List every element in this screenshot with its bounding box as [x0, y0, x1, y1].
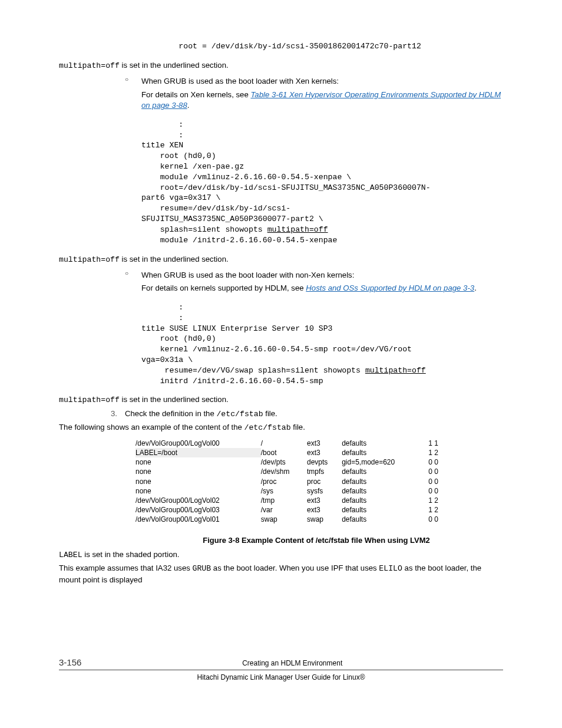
bullet-icon: ○: [125, 268, 141, 279]
table-cell: 0 0: [423, 486, 442, 496]
table-cell: ext3: [307, 448, 342, 457]
table-row: none/dev/shmtmpfsdefaults0 0: [135, 467, 442, 476]
bullet-grub-xen-head: When GRUB is used as the boot loader wit…: [141, 76, 503, 87]
table-cell: /boot: [261, 448, 307, 457]
bullet-grub-xen-body: For details on Xen kernels, see Table 3-…: [141, 90, 503, 111]
table-cell: 0 0: [423, 477, 442, 486]
table-cell: sysfs: [307, 486, 342, 496]
table-cell: /var: [261, 505, 307, 515]
bullet-grub-nonxen: ○ When GRUB is used as the boot loader w…: [125, 268, 503, 297]
step-3: 3. Check the definition in the /etc/fsta…: [111, 409, 503, 420]
step-3-head-path: /etc/fstab: [216, 410, 263, 419]
table-cell: swap: [261, 515, 307, 524]
table-cell: 0 0: [423, 457, 442, 467]
table-cell: /dev/VolGroup00/LogVol01: [135, 515, 261, 524]
table-row: none/dev/ptsdevptsgid=5,mode=6200 0: [135, 457, 442, 467]
multipath-note-2: multipath=off is set in the underlined s…: [59, 254, 503, 265]
bullet3-pre: For details on kernels supported by HDLM…: [141, 284, 306, 292]
page-footer: 3-156 Creating an HDLM Environment Hitac…: [0, 656, 562, 683]
example-paragraph: This example assumes that IA32 uses GRUB…: [59, 563, 503, 585]
table-cell: defaults: [342, 477, 422, 486]
fstab-table: /dev/VolGroup00/LogVol00/ext3defaults1 1…: [135, 439, 442, 525]
multipath-note-1-text: is set in the underlined section.: [120, 61, 229, 70]
table-cell: 0 0: [423, 515, 442, 524]
table-cell: defaults: [342, 439, 422, 448]
step-3-head-pre: Check the definition in the: [125, 409, 216, 418]
table-cell: ext3: [307, 496, 342, 505]
table-cell: defaults: [342, 515, 422, 524]
table-cell: /sys: [261, 486, 307, 496]
table-row: LABEL=/boot/bootext3defaults1 2: [135, 448, 442, 457]
table-cell: 1 2: [423, 448, 442, 457]
multipath-literal-2: multipath=off: [59, 255, 120, 264]
bullet-grub-xen: ○ When GRUB is used as the boot loader w…: [125, 74, 503, 113]
multipath-note-3-text: is set in the underlined section.: [120, 395, 229, 404]
table-row: none/procprocdefaults0 0: [135, 477, 442, 486]
document-page: root = /dev/disk/by-id/scsi-350018620014…: [0, 0, 562, 696]
table-row: /dev/VolGroup00/LogVol01swapswapdefaults…: [135, 515, 442, 524]
table-cell: none: [135, 467, 261, 476]
table-row: /dev/VolGroup00/LogVol03/varext3defaults…: [135, 505, 442, 515]
table-cell: devpts: [307, 457, 342, 467]
footer-book-title: Hitachi Dynamic Link Manager User Guide …: [59, 673, 503, 683]
table-cell: proc: [307, 477, 342, 486]
table-cell: defaults: [342, 496, 422, 505]
table-cell: 1 2: [423, 505, 442, 515]
table-cell: none: [135, 477, 261, 486]
table-cell: /: [261, 439, 307, 448]
label-note: LABEL is set in the shaded portion.: [59, 549, 503, 561]
table-cell: /dev/pts: [261, 457, 307, 467]
figure-3-8-caption: Figure 3-8 Example Content of /etc/fstab…: [130, 535, 503, 546]
table-cell: /tmp: [261, 496, 307, 505]
table-row: none/syssysfsdefaults0 0: [135, 486, 442, 496]
table-cell: tmpfs: [307, 467, 342, 476]
table-row: /dev/VolGroup00/LogVol02/tmpext3defaults…: [135, 496, 442, 505]
table-cell: defaults: [342, 505, 422, 515]
step-3-head-post: file.: [263, 409, 277, 418]
table-cell: swap: [307, 515, 342, 524]
code-block-nonxen: : : title SUSE LINUX Enterprise Server 1…: [141, 302, 503, 387]
multipath-literal-3: multipath=off: [59, 396, 120, 404]
table-cell: /dev/shm: [261, 467, 307, 476]
table-cell: ext3: [307, 505, 342, 515]
bullet2-pre: For details on Xen kernels, see: [141, 90, 250, 99]
table-cell: 1 1: [423, 439, 442, 448]
table-cell: none: [135, 486, 261, 496]
table-cell: /proc: [261, 477, 307, 486]
table-cell: defaults: [342, 448, 422, 457]
table-cell: LABEL=/boot: [135, 448, 261, 457]
page-number: 3-156: [59, 656, 81, 668]
table-cell: /dev/VolGroup00/LogVol02: [135, 496, 261, 505]
code-root-line: root = /dev/disk/by-id/scsi-350018620014…: [141, 41, 503, 52]
bullet-grub-nonxen-head: When GRUB is used as the boot loader wit…: [141, 270, 503, 281]
table-cell: gid=5,mode=620: [342, 457, 422, 467]
table-cell: ext3: [307, 439, 342, 448]
step-3-body: The following shows an example of the co…: [59, 422, 503, 433]
code-block-xen: : : title XEN root (hd0,0) kernel /xen-p…: [141, 120, 503, 246]
table-cell: 1 2: [423, 496, 442, 505]
table-cell: /dev/VolGroup00/LogVol03: [135, 505, 261, 515]
multipath-note-2-text: is set in the underlined section.: [120, 255, 229, 263]
table-row: /dev/VolGroup00/LogVol00/ext3defaults1 1: [135, 439, 442, 448]
step-3-number: 3.: [111, 409, 125, 419]
footer-chapter-title: Creating an HDLM Environment: [81, 658, 503, 668]
table-cell: 0 0: [423, 467, 442, 476]
multipath-literal-1: multipath=off: [59, 61, 120, 70]
bullet-icon: ○: [125, 74, 141, 85]
multipath-note-1: multipath=off is set in the underlined s…: [59, 60, 503, 71]
table-cell: /dev/VolGroup00/LogVol00: [135, 439, 261, 448]
table-cell: none: [135, 457, 261, 467]
multipath-note-3: multipath=off is set in the underlined s…: [59, 394, 503, 406]
table-cell: defaults: [342, 486, 422, 496]
bullet-grub-nonxen-body: For details on kernels supported by HDLM…: [141, 283, 503, 294]
table-cell: defaults: [342, 467, 422, 476]
link-hosts-oss[interactable]: Hosts and OSs Supported by HDLM on page …: [306, 284, 474, 292]
